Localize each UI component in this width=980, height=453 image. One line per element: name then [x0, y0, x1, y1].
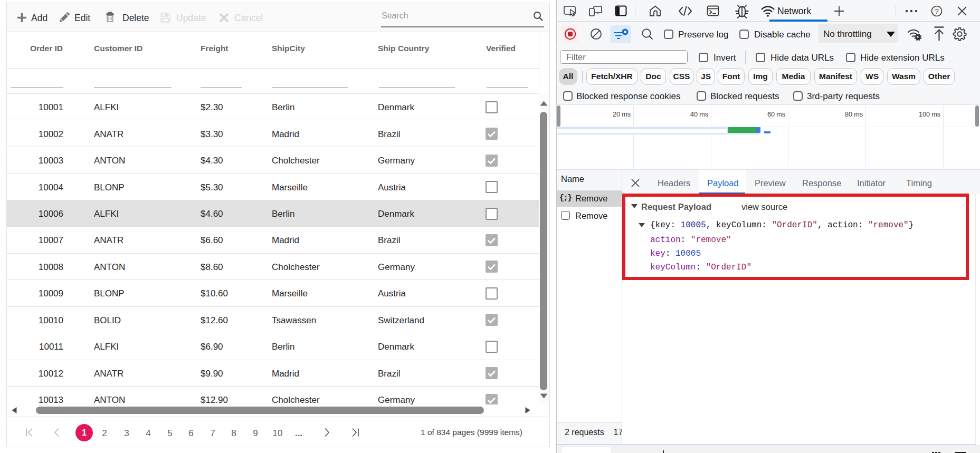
svg-text:?: ? — [935, 7, 938, 15]
